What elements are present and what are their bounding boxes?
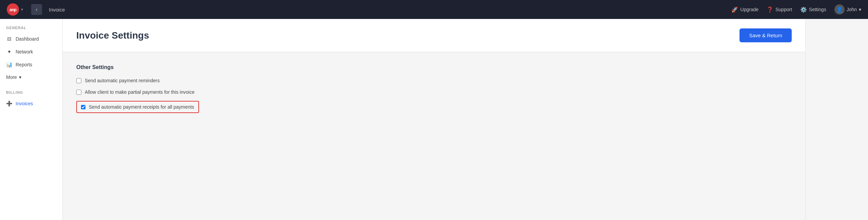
- breadcrumb: Invoice: [49, 7, 65, 13]
- support-label: Support: [775, 7, 792, 12]
- more-label: More: [6, 74, 17, 80]
- top-nav: anp ▾ ‹ Invoice 🚀 Upgrade ❓ Support ⚙️ S…: [0, 0, 868, 19]
- sidebar-item-label: Dashboard: [16, 36, 39, 42]
- reports-icon: 📊: [6, 62, 12, 68]
- avatar: 👤: [834, 4, 845, 15]
- user-name: John: [847, 7, 857, 12]
- sidebar-item-invoices[interactable]: ➕ Invoices: [0, 97, 62, 110]
- network-icon: ✦: [6, 49, 12, 55]
- auto-reminders-checkbox[interactable]: [76, 78, 81, 83]
- dashboard-icon: ⊟: [6, 36, 12, 42]
- main-layout: GENERAL ⊟ Dashboard ✦ Network 📊 Reports …: [0, 19, 868, 220]
- help-icon: ❓: [767, 6, 773, 13]
- back-icon: ‹: [36, 6, 37, 13]
- sidebar: GENERAL ⊟ Dashboard ✦ Network 📊 Reports …: [0, 19, 63, 220]
- nav-right: 🚀 Upgrade ❓ Support ⚙️ Settings 👤 John ▾: [731, 4, 861, 15]
- auto-reminders-item: Send automatic payment reminders: [76, 78, 792, 83]
- sidebar-item-label: Invoices: [16, 101, 33, 106]
- upgrade-nav-item[interactable]: 🚀 Upgrade: [731, 6, 758, 13]
- partial-payments-checkbox[interactable]: [76, 90, 81, 95]
- settings-content: Other Settings Send automatic payment re…: [63, 52, 805, 131]
- sidebar-item-reports[interactable]: 📊 Reports: [0, 58, 62, 71]
- logo-area[interactable]: anp ▾: [7, 3, 23, 16]
- auto-receipts-label: Send automatic payment receipts for all …: [89, 104, 194, 110]
- more-chevron-icon: ▾: [19, 74, 21, 80]
- logo-chevron-icon: ▾: [21, 7, 23, 12]
- upgrade-label: Upgrade: [740, 7, 758, 12]
- sidebar-divider: [0, 87, 62, 87]
- sidebar-item-label: Reports: [16, 62, 32, 67]
- partial-payments-item: Allow client to make partial payments fo…: [76, 89, 792, 95]
- back-button[interactable]: ‹: [31, 4, 42, 15]
- other-settings-title: Other Settings: [76, 64, 792, 70]
- save-return-button[interactable]: Save & Return: [739, 28, 792, 42]
- content-area: Invoice Settings Save & Return Other Set…: [63, 19, 805, 220]
- logo-icon: anp: [7, 3, 19, 16]
- invoices-icon: ➕: [6, 101, 12, 107]
- sidebar-item-dashboard[interactable]: ⊟ Dashboard: [0, 32, 62, 45]
- sidebar-item-network[interactable]: ✦ Network: [0, 45, 62, 58]
- right-sidebar: [805, 19, 868, 220]
- user-menu[interactable]: 👤 John ▾: [834, 4, 861, 15]
- user-icon: 👤: [836, 6, 843, 13]
- billing-section-label: BILLING: [0, 90, 62, 97]
- auto-reminders-label: Send automatic payment reminders: [85, 78, 160, 83]
- general-section-label: GENERAL: [0, 26, 62, 32]
- settings-nav-item[interactable]: ⚙️ Settings: [800, 6, 826, 13]
- page-title: Invoice Settings: [76, 30, 149, 41]
- settings-label: Settings: [809, 7, 826, 12]
- support-nav-item[interactable]: ❓ Support: [767, 6, 792, 13]
- page-header: Invoice Settings Save & Return: [63, 19, 805, 52]
- user-chevron-icon: ▾: [859, 7, 861, 12]
- sidebar-item-label: Network: [16, 49, 33, 54]
- sidebar-more[interactable]: More ▾: [0, 71, 62, 83]
- auto-receipts-item: Send automatic payment receipts for all …: [76, 101, 199, 113]
- gear-icon: ⚙️: [800, 6, 807, 13]
- partial-payments-label: Allow client to make partial payments fo…: [85, 89, 195, 95]
- rocket-icon: 🚀: [731, 6, 738, 13]
- auto-receipts-checkbox[interactable]: [81, 105, 85, 109]
